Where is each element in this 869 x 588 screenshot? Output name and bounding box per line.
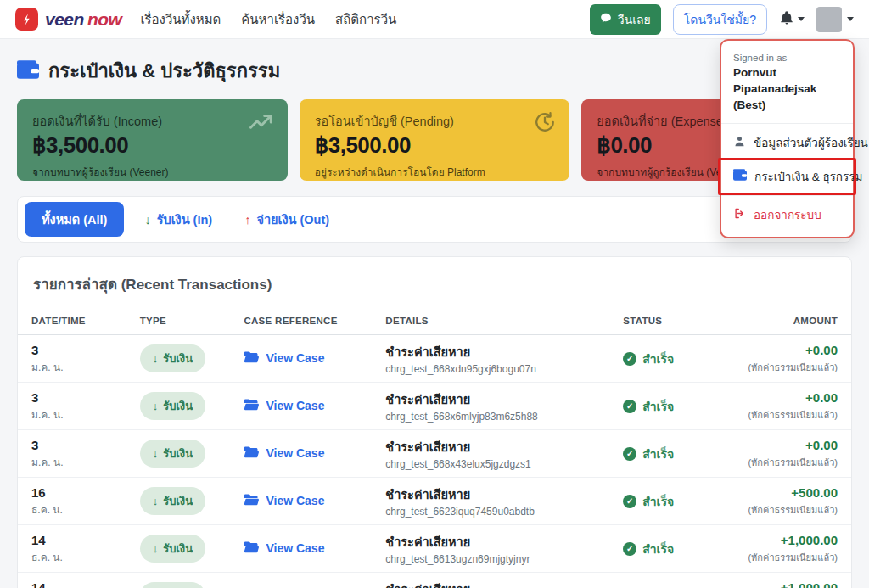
- type-badge-label: รับเงิน: [163, 397, 193, 415]
- avatar: [816, 7, 842, 32]
- got-veened-button[interactable]: โดนวีนใช่มั้ย?: [673, 4, 767, 35]
- transaction-amount: +0.00: [736, 343, 838, 357]
- status-badge: ✓ สำเร็จ: [623, 397, 674, 416]
- transaction-title: ชำระค่าเสียหาย: [385, 389, 596, 409]
- type-badge: ↓ รับเงิน: [140, 582, 205, 588]
- status-label: สำเร็จ: [642, 397, 674, 416]
- transaction-reference: chrg_test_6613ugzn69mjgtyjnyr: [385, 553, 596, 565]
- divider: [721, 123, 853, 124]
- arrow-up-icon: ↑: [244, 213, 250, 227]
- income-card-label: ยอดเงินที่ได้รับ (Income): [32, 111, 272, 131]
- menu-item-profile-label: ข้อมูลส่วนตัวผู้ร้องเรียน: [754, 133, 868, 152]
- history-clock-icon: [534, 111, 556, 137]
- column-header-case-reference: CASE REFERENCE: [230, 307, 372, 335]
- lightning-bolt-icon: [15, 8, 38, 31]
- arrow-down-icon: ↓: [153, 447, 159, 460]
- wallet-icon: [17, 60, 39, 82]
- check-circle-icon: ✓: [623, 447, 636, 461]
- filter-in-button[interactable]: ↓ รับเงิน (In): [132, 202, 224, 237]
- status-badge: ✓ สำเร็จ: [623, 445, 674, 463]
- transaction-amount: +0.00: [736, 438, 838, 452]
- transaction-month: ธ.ค. น.: [31, 549, 113, 565]
- brand-word-now: now: [87, 9, 122, 30]
- transaction-amount: +1,000.00: [736, 533, 838, 547]
- transaction-month: ม.ค. น.: [31, 406, 113, 423]
- view-case-label: View Case: [266, 399, 324, 412]
- chevron-down-icon: [847, 17, 854, 21]
- check-circle-icon: ✓: [623, 400, 636, 413]
- transaction-day: 3: [31, 390, 113, 405]
- transaction-reference: chrg_test_668x6mlyjp83m6z5h88: [385, 411, 596, 423]
- amount-note: (หักค่าธรรมเนียมแล้ว): [736, 455, 838, 470]
- table-row: 3 ม.ค. น. ↓ รับเงิน View Case ชำระค่าเสี…: [18, 383, 851, 430]
- income-card-amount: ฿3,500.00: [32, 132, 272, 159]
- divider: [721, 195, 853, 196]
- transaction-title: ชำระค่าเสียหาย: [385, 342, 596, 361]
- menu-item-logout[interactable]: ออกจากระบบ: [721, 198, 853, 232]
- nav-links: เรื่องวีนทั้งหมด ค้นหาเรื่องวีน สถิติการ…: [140, 9, 396, 30]
- transaction-title: ชำระค่าเสียหาย: [385, 437, 596, 456]
- type-badge: ↓ รับเงิน: [140, 487, 205, 515]
- nav-link-all-cases[interactable]: เรื่องวีนทั้งหมด: [140, 9, 221, 30]
- brand-logo[interactable]: veen now: [15, 8, 121, 31]
- nav-link-stats[interactable]: สถิติการวีน: [335, 9, 396, 30]
- status-label: สำเร็จ: [642, 492, 674, 511]
- arrow-down-icon: ↓: [153, 400, 159, 412]
- filter-out-button[interactable]: ↑ จ่ายเงิน (Out): [233, 202, 341, 237]
- view-case-label: View Case: [266, 351, 324, 365]
- nav-link-search-cases[interactable]: ค้นหาเรื่องวีน: [241, 9, 315, 30]
- arrow-down-icon: ↓: [153, 352, 159, 365]
- trending-up-icon: [249, 111, 274, 137]
- income-card: ยอดเงินที่ได้รับ (Income) ฿3,500.00 จากบ…: [17, 99, 288, 181]
- transaction-reference: chrg_test_6623iquq7459u0abdtb: [385, 506, 596, 518]
- filter-in-label: รับเงิน (In): [157, 210, 213, 229]
- income-card-sub: จากบทบาทผู้ร้องเรียน (Veener): [32, 164, 272, 180]
- view-case-label: View Case: [266, 446, 324, 460]
- transaction-title: ชำระค่าเสียหาย: [385, 484, 596, 504]
- person-icon: [733, 135, 746, 150]
- page-title: กระเป๋าเงิน & ประวัติธุรกรรม: [48, 56, 280, 86]
- menu-item-logout-label: ออกจากระบบ: [754, 205, 821, 224]
- check-circle-icon: ✓: [623, 352, 636, 366]
- menu-item-wallet-label: กระเป๋าเงิน & ธุรกรรม: [754, 167, 862, 186]
- user-menu[interactable]: [816, 7, 854, 32]
- veen-now-button[interactable]: วีนเลย: [590, 4, 661, 35]
- transaction-month: ม.ค. น.: [31, 359, 113, 375]
- status-label: สำเร็จ: [642, 445, 674, 463]
- type-badge-label: รับเงิน: [163, 492, 193, 510]
- view-case-link[interactable]: View Case: [244, 540, 324, 556]
- table-row: 14 ธ.ค. น. ↓ รับเงิน View Case ชำระค่าเส…: [18, 573, 851, 588]
- transaction-day: 14: [31, 580, 113, 588]
- arrow-down-icon: ↓: [153, 542, 159, 555]
- user-name: Pornvut Pipatanadejsak (Best): [733, 65, 841, 114]
- menu-item-wallet[interactable]: กระเป๋าเงิน & ธุรกรรม: [721, 160, 853, 193]
- filter-all-button[interactable]: ทั้งหมด (All): [25, 202, 124, 237]
- arrow-down-icon: ↓: [144, 213, 150, 227]
- table-row: 3 ม.ค. น. ↓ รับเงิน View Case ชำระค่าเสี…: [18, 430, 851, 478]
- section-title: รายการล่าสุด (Recent Transactions): [18, 257, 851, 307]
- view-case-label: View Case: [266, 494, 324, 507]
- transaction-amount: +500.00: [736, 485, 838, 500]
- table-header-row: DATE/TIME TYPE CASE REFERENCE DETAILS ST…: [18, 307, 851, 335]
- check-circle-icon: ✓: [623, 495, 636, 508]
- notifications-menu[interactable]: [779, 10, 805, 29]
- amount-note: (หักค่าธรรมเนียมแล้ว): [736, 550, 838, 565]
- view-case-link[interactable]: View Case: [244, 445, 324, 461]
- view-case-link[interactable]: View Case: [244, 398, 324, 413]
- type-badge: ↓ รับเงิน: [140, 392, 205, 420]
- transaction-month: ม.ค. น.: [31, 454, 113, 470]
- pending-card: รอโอนเข้าบัญชี (Pending) ฿3,500.00 อยู่ร…: [300, 99, 570, 181]
- column-header-datetime: DATE/TIME: [18, 307, 126, 335]
- table-row: 14 ธ.ค. น. ↓ รับเงิน View Case ชำระค่าเส…: [18, 525, 851, 573]
- menu-item-profile[interactable]: ข้อมูลส่วนตัวผู้ร้องเรียน: [721, 126, 853, 160]
- type-badge-label: รับเงิน: [163, 445, 193, 462]
- view-case-link[interactable]: View Case: [244, 493, 324, 508]
- open-folder-icon: [244, 540, 259, 556]
- status-label: สำเร็จ: [642, 350, 674, 368]
- status-label: สำเร็จ: [642, 540, 674, 558]
- view-case-link[interactable]: View Case: [244, 350, 324, 366]
- amount-note: (หักค่าธรรมเนียมแล้ว): [736, 360, 838, 375]
- brand-word-veen: veen: [45, 9, 84, 30]
- navbar-right: วีนเลย โดนวีนใช่มั้ย?: [590, 4, 854, 35]
- amount-note: (หักค่าธรรมเนียมแล้ว): [736, 502, 838, 518]
